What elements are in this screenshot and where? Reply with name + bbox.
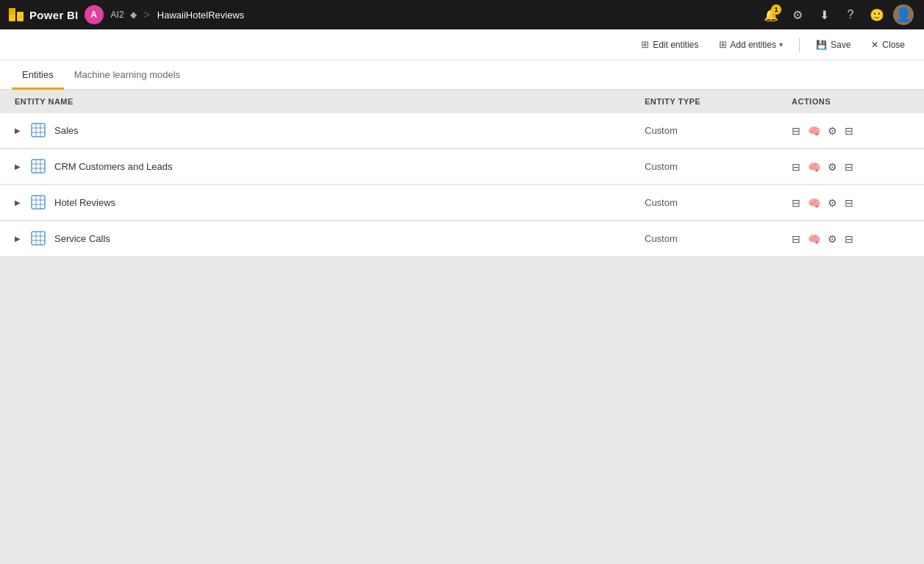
user-avatar: 👤 xyxy=(893,4,914,25)
row-actions: ⊟ 🧠 ⚙ ⊟ xyxy=(792,161,909,173)
delete-icon[interactable]: ⊟ xyxy=(845,197,853,209)
help-button[interactable]: ? xyxy=(839,3,862,26)
breadcrumb-label[interactable]: HawaiiHotelReviews xyxy=(157,10,245,21)
expand-icon[interactable]: ▶ xyxy=(15,126,26,135)
brand-logo[interactable]: Power BI xyxy=(9,8,79,21)
row-settings-icon[interactable]: ⚙ xyxy=(828,161,837,173)
download-button[interactable]: ⬇ xyxy=(812,3,836,26)
row-actions: ⊟ 🧠 ⚙ ⊟ xyxy=(792,125,909,137)
entity-type-label: Custom xyxy=(645,161,792,172)
user-avatar-icon: 👤 xyxy=(895,7,912,23)
entity-name-label: CRM Customers and Leads xyxy=(54,161,645,172)
entity-type-label: Custom xyxy=(645,233,792,244)
entity-name-label: Hotel Reviews xyxy=(54,197,645,208)
entity-type-label: Custom xyxy=(645,125,792,136)
delete-icon[interactable]: ⊟ xyxy=(845,233,853,245)
row-actions: ⊟ 🧠 ⚙ ⊟ xyxy=(792,233,909,245)
entity-type-label: Custom xyxy=(645,197,792,208)
svg-rect-2 xyxy=(9,8,15,15)
tabs-bar: Entities Machine learning models xyxy=(0,60,924,90)
settings-button[interactable]: ⚙ xyxy=(786,3,809,26)
close-icon: ✕ xyxy=(871,40,878,50)
entity-row-crm: ▶ CRM Customers and Leads Custom ⊟ 🧠 ⚙ ⊟ xyxy=(0,149,924,185)
topbar: Power BI A AI2 ◆ > HawaiiHotelReviews 🔔 … xyxy=(0,0,924,29)
ai-insights-icon[interactable]: 🧠 xyxy=(808,197,820,209)
delete-icon[interactable]: ⊟ xyxy=(845,161,853,173)
user-profile-button[interactable]: 👤 xyxy=(892,3,915,26)
table-header: ENTITY NAME ENTITY TYPE ACTIONS xyxy=(0,90,924,113)
add-entities-chevron-icon: ▾ xyxy=(779,40,783,49)
workspace-avatar[interactable]: A xyxy=(85,5,104,24)
entity-type-icon xyxy=(31,231,47,247)
entity-row-sales: ▶ Sales Custom ⊟ 🧠 ⚙ ⊟ xyxy=(0,113,924,149)
entity-name-label: Service Calls xyxy=(54,233,645,244)
topbar-icons: 🔔 1 ⚙ ⬇ ? 🙂 👤 xyxy=(759,3,915,26)
expand-icon[interactable]: ▶ xyxy=(15,163,26,171)
expand-icon[interactable]: ▶ xyxy=(15,235,26,243)
notification-button[interactable]: 🔔 1 xyxy=(759,3,783,26)
download-icon: ⬇ xyxy=(820,8,829,22)
entity-type-icon xyxy=(31,195,47,211)
table-row: ▶ Sales Custom ⊟ 🧠 ⚙ ⊟ xyxy=(0,113,924,149)
save-icon: 💾 xyxy=(816,40,827,50)
edit-entities-button[interactable]: ⊞ Edit entities xyxy=(634,35,706,54)
column-header-entity-name: ENTITY NAME xyxy=(15,97,645,106)
edit-query-icon[interactable]: ⊟ xyxy=(792,161,801,173)
table-area: ENTITY NAME ENTITY TYPE ACTIONS ▶ Sales … xyxy=(0,90,924,257)
tab-entities[interactable]: Entities xyxy=(12,63,64,90)
edit-query-icon[interactable]: ⊟ xyxy=(792,197,801,209)
row-settings-icon[interactable]: ⚙ xyxy=(828,233,837,245)
edit-entities-icon: ⊞ xyxy=(641,39,649,50)
feedback-button[interactable]: 🙂 xyxy=(865,3,889,26)
entity-name-label: Sales xyxy=(54,125,645,136)
column-header-entity-type: ENTITY TYPE xyxy=(645,97,792,106)
toolbar: ⊞ Edit entities ⊞ Add entities ▾ 💾 Save … xyxy=(0,29,924,60)
gear-icon: ⚙ xyxy=(792,8,803,22)
svg-rect-1 xyxy=(17,12,24,21)
column-header-actions: ACTIONS xyxy=(792,97,909,106)
tab-machine-learning-models[interactable]: Machine learning models xyxy=(64,63,191,90)
add-entities-button[interactable]: ⊞ Add entities ▾ xyxy=(712,35,790,54)
brand-label: Power BI xyxy=(29,9,79,21)
edit-query-icon[interactable]: ⊟ xyxy=(792,125,801,137)
svg-rect-18 xyxy=(32,232,45,245)
breadcrumb-separator: > xyxy=(144,9,150,21)
entity-row-hotel-reviews: ▶ Hotel Reviews Custom ⊟ 🧠 ⚙ ⊟ xyxy=(0,185,924,221)
feedback-icon: 🙂 xyxy=(870,8,884,22)
add-entities-icon: ⊞ xyxy=(719,39,727,50)
entity-row-service-calls: ▶ Service Calls Custom ⊟ 🧠 ⚙ ⊟ xyxy=(0,221,924,257)
close-button[interactable]: ✕ Close xyxy=(864,36,912,54)
ai-insights-icon[interactable]: 🧠 xyxy=(808,125,820,137)
svg-rect-3 xyxy=(32,124,45,137)
table-row: ▶ Hotel Reviews Custom ⊟ 🧠 ⚙ ⊟ xyxy=(0,185,924,221)
entity-type-icon xyxy=(31,123,47,139)
save-button[interactable]: 💾 Save xyxy=(809,36,858,54)
toolbar-divider xyxy=(799,38,800,52)
delete-icon[interactable]: ⊟ xyxy=(845,125,853,137)
row-settings-icon[interactable]: ⚙ xyxy=(828,125,837,137)
row-settings-icon[interactable]: ⚙ xyxy=(828,197,837,209)
edit-query-icon[interactable]: ⊟ xyxy=(792,233,801,245)
entity-type-icon xyxy=(31,159,47,175)
svg-rect-13 xyxy=(32,196,45,209)
table-row: ▶ Service Calls Custom ⊟ 🧠 ⚙ ⊟ xyxy=(0,221,924,257)
row-actions: ⊟ 🧠 ⚙ ⊟ xyxy=(792,197,909,209)
capacity-icon: ◆ xyxy=(130,10,137,20)
ai-insights-icon[interactable]: 🧠 xyxy=(808,233,820,245)
expand-icon[interactable]: ▶ xyxy=(15,199,26,207)
table-row: ▶ CRM Customers and Leads Custom ⊟ 🧠 ⚙ ⊟ xyxy=(0,149,924,185)
notification-badge: 1 xyxy=(771,4,781,15)
help-icon: ? xyxy=(848,8,854,21)
workspace-label: AI2 xyxy=(111,10,124,20)
ai-insights-icon[interactable]: 🧠 xyxy=(808,161,820,173)
svg-rect-8 xyxy=(32,160,45,173)
